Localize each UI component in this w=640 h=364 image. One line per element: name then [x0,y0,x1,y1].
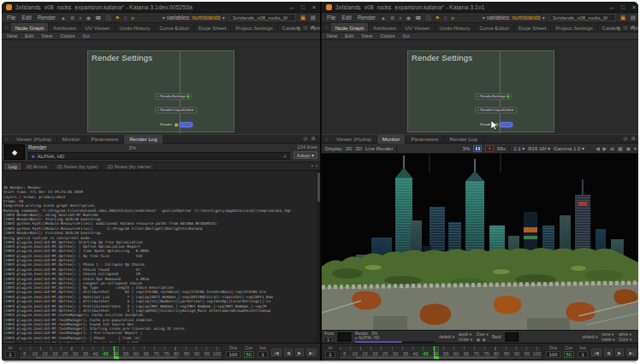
close-button[interactable]: × [312,4,316,10]
backdrop-node[interactable]: Render Settings ▸ RenderSettings ▸ Rende… [87,50,234,132]
menu-file[interactable]: File [6,15,16,21]
gear-icon[interactable]: ⚙ [631,135,636,141]
main-tab[interactable]: Node Graph [11,23,50,32]
gear-icon[interactable]: ⚙ [70,15,74,21]
up-arrow-icon[interactable]: ▲ [381,15,386,21]
under-dropdown[interactable]: Under ▾ [459,338,472,342]
variables-value[interactable]: numIslands [512,15,540,21]
filename-field[interactable]: 3xIslands_v08_rocks_M [549,14,616,21]
pin-icon[interactable]: ◎ [303,135,307,141]
chevron-down-icon[interactable]: ▾ [634,145,637,151]
flag-icon[interactable]: ⚑ [435,15,439,21]
main-tab[interactable]: Project Settings [551,23,597,32]
target-icon[interactable]: ⌖ [399,15,401,21]
out-value[interactable]: 100 [226,351,240,358]
prev-icon[interactable]: ▶ [596,145,600,151]
panel-menu-icon[interactable]: ○ [325,25,329,30]
chevron-down-icon[interactable]: ▾ [483,15,485,21]
main-tab[interactable]: Attributes [369,23,400,32]
render-thumbnail[interactable]: ◆ [4,144,25,160]
grid-toggle-icon[interactable]: ▦ [310,15,316,21]
play-icon[interactable]: ▶ [451,15,455,21]
log-filter-tab[interactable]: (2) Notes (by type) [52,163,103,170]
node-rendersettings[interactable]: ▸ RenderSettings [155,93,192,99]
camera-icon[interactable]: ◉ [86,15,91,21]
chevron-right-icon[interactable]: ▸ [617,24,619,30]
in-value[interactable]: 1 [5,351,15,358]
filename-field[interactable]: 3xIslands_v08_rocks_M [229,14,296,21]
ruler-scrollbar[interactable] [340,356,542,359]
node-renderoutputdefine[interactable]: ▸ RenderOutputDefine [475,107,517,113]
main-tab[interactable]: Dope Sheet [194,23,232,32]
main-tab[interactable]: UV Viewer [80,23,115,32]
main-tab[interactable]: Curve Editor [475,23,513,32]
panel-menu-icon[interactable]: ○ [5,25,9,30]
panel-tab[interactable]: Viewer (Hydra) [11,135,57,144]
over-dropdown[interactable]: Over ▾ [477,332,489,337]
nodegraph-menu-item[interactable]: Colors [380,33,394,38]
channels-dropdown[interactable]: R16 16f ▾ [528,145,550,151]
panel-tab[interactable]: Viewer (Hydra) [331,135,377,144]
out-value[interactable]: 100 [546,351,560,358]
nodegraph-menu-item[interactable]: Edit [25,33,33,38]
log-filter-tab[interactable]: Log [4,163,22,170]
main-tab[interactable]: Curve Editor [155,23,193,32]
chevron-down-icon[interactable]: ▾ [222,15,225,21]
inc-value[interactable]: 1 [578,351,588,358]
transport-button[interactable]: |◀ [591,349,601,356]
nodegraph-menu-item[interactable]: New [7,33,17,38]
info-icon[interactable]: ⓘ [105,15,110,21]
camera-icon[interactable]: ◉ [483,338,486,342]
maximize-button[interactable]: □ [621,4,625,10]
main-tab[interactable]: Undo History [436,23,476,32]
transport-button[interactable]: ▶ [615,349,624,356]
play-icon[interactable]: ▶ [131,15,135,21]
gear-icon[interactable]: ⚙ [311,135,316,141]
panel-tab[interactable]: Monitor [57,135,86,144]
close-button[interactable]: × [632,4,636,10]
grid-icon[interactable]: ▦ [618,145,623,151]
front-value[interactable]: 1 [324,337,332,342]
view-2d-button[interactable]: 2D [346,146,353,151]
main-tab[interactable]: Node Graph [331,23,370,32]
minimize-button[interactable]: – [610,4,613,10]
panel-tab[interactable]: Monitor [377,135,406,144]
nodegraph-menu-item[interactable]: Colors [60,33,74,38]
pin-icon[interactable]: ◎ [623,24,627,30]
list-icon[interactable]: ≡ [444,15,447,21]
phone-icon[interactable]: ☎ [95,15,101,21]
info-icon[interactable]: ⓘ [425,15,430,21]
log-filter-tab[interactable]: (0) Errors [22,163,52,170]
node-rendersettings[interactable]: ▸ RenderSettings [475,93,512,99]
panel-tab[interactable]: Parameters [406,135,444,144]
gamma-dropdown[interactable]: Gamma 1.0 ▾ [554,145,584,151]
zoom-dropdown[interactable]: 1:1 ▾ [513,145,524,151]
camera-icon[interactable]: ◉ [626,145,631,151]
record-button[interactable]: ● [485,145,494,152]
main-tab[interactable]: Project Settings [231,23,277,32]
phone-icon[interactable]: ☎ [415,15,421,21]
panel-menu-icon[interactable]: ○ [325,137,329,142]
orange-toggle-icon[interactable]: ▣ [300,15,306,21]
menu-render[interactable]: Render [37,15,56,21]
none-dropdown[interactable]: none ▾ [601,332,613,337]
panel-tab[interactable]: Parameters [86,135,124,144]
cur-value[interactable]: 50 [564,351,575,358]
chevron-right-icon[interactable]: ▸ [297,24,299,30]
main-tab[interactable]: Undo History [116,23,156,32]
title-bar[interactable]: 3xIslands_v08_rocks_expansion.katana* - … [2,2,320,13]
gear-icon[interactable]: ⚙ [311,24,316,30]
default-dropdown[interactable]: default ▾ [439,335,454,339]
title-bar[interactable]: 3xIslands_v08_rocks_expansion.katana* - … [322,2,640,13]
nodegraph-menu-item[interactable]: Edit [345,33,353,38]
depth-dropdown[interactable]: depth ▾ [459,332,471,337]
frame-ruler[interactable]: 5101520253035404550556065707580859095100 [19,345,222,360]
log-filter-tab[interactable]: (2) Notes (by name) [103,163,157,170]
transport-button[interactable]: ◀ [604,349,613,356]
cur-value[interactable]: 50 [244,351,255,358]
default-dropdown-2[interactable]: default ▾ [583,335,598,339]
up-arrow-icon[interactable]: ▲ [61,15,66,21]
frame-ruler[interactable]: 5101520253035404550556065707580859095100 [339,345,542,360]
color-dropdown[interactable]: Color ▾ [619,338,631,342]
variables-value[interactable]: numIslands [192,15,220,21]
